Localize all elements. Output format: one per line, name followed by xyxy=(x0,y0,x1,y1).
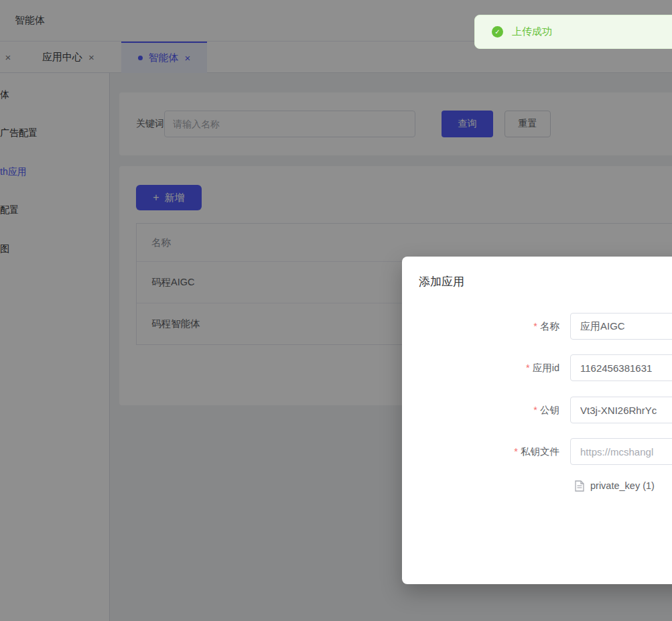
document-icon xyxy=(575,480,584,492)
app-id-label: * 应用id xyxy=(462,354,559,381)
app-root: / 智能体 合 × 应用中心 × 智能体 × 体 广告配置 th应用 配置 图 … xyxy=(0,0,672,621)
field-label-text: 私钥文件 xyxy=(521,445,559,458)
name-label: * 名称 xyxy=(462,313,559,340)
private-key-file-label: * 私钥文件 xyxy=(462,438,559,465)
required-asterisk: * xyxy=(526,362,530,373)
success-toast: ✓ 上传成功 xyxy=(474,15,672,49)
field-label-text: 应用id xyxy=(533,362,559,374)
field-label-text: 公钥 xyxy=(540,404,559,417)
add-app-dialog: 添加应用 * 名称 * 应用id * 公钥 * 私钥文 xyxy=(402,257,672,584)
check-circle-icon: ✓ xyxy=(492,26,503,38)
private-key-url-field[interactable] xyxy=(570,438,672,465)
public-key-field[interactable] xyxy=(570,397,672,423)
toast-message: 上传成功 xyxy=(512,25,552,38)
uploaded-file-item[interactable]: private_key (1) xyxy=(575,478,655,494)
required-asterisk: * xyxy=(533,321,537,332)
uploaded-file-name: private_key (1) xyxy=(590,480,655,491)
required-asterisk: * xyxy=(514,446,518,457)
app-id-field[interactable] xyxy=(570,354,672,381)
name-field[interactable] xyxy=(570,313,672,340)
required-asterisk: * xyxy=(533,405,537,415)
public-key-label: * 公钥 xyxy=(462,397,559,423)
dialog-title: 添加应用 xyxy=(419,274,464,289)
field-label-text: 名称 xyxy=(540,320,559,333)
